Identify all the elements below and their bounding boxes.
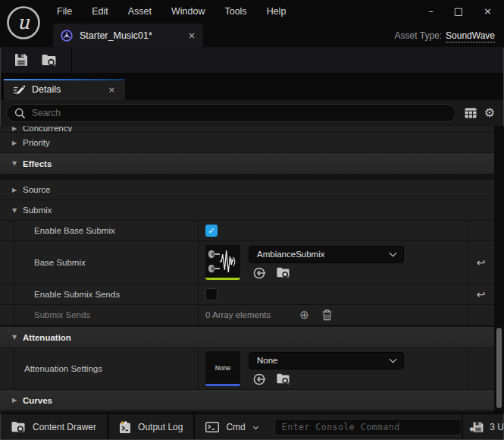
expander-collapsed-icon[interactable]: ▶ [8, 187, 21, 193]
property-row-submix-sends: Submix Sends 0 Array elements ⊕ [0, 305, 494, 325]
property-row-attenuation-settings: Attenuation Settings None None [0, 348, 494, 390]
expander-collapsed-icon: ▶ [8, 126, 21, 132]
property-row-enable-base-submix: Enable Base Submix ✓ [0, 221, 494, 241]
submix-sends-array-count: 0 Array elements [205, 310, 271, 319]
settings-gear-icon[interactable]: ⚙ [484, 107, 495, 119]
output-log-icon [119, 421, 131, 434]
reset-to-default-icon[interactable]: ↩ [477, 288, 486, 300]
category-effects[interactable]: ▼ Effects [0, 153, 494, 174]
reset-to-default-icon[interactable]: ↩ [477, 256, 486, 269]
browse-to-asset-icon[interactable] [276, 372, 290, 385]
menu-file[interactable]: File [47, 0, 82, 23]
asset-type-value-link[interactable]: SoundWave [446, 30, 495, 42]
attenuation-type-color-bar [205, 384, 240, 386]
asset-editor-toolbar [0, 47, 504, 73]
output-log-button[interactable]: Output Log [108, 414, 193, 440]
empty-array-trash-icon[interactable] [322, 310, 332, 321]
category-submix[interactable]: ▼ Submix [0, 200, 494, 221]
unreal-editor-window: File Edit Asset Window Tools Help – □ × … [0, 0, 504, 440]
add-array-element-icon[interactable]: ⊕ [299, 310, 309, 321]
unreal-engine-logo-icon[interactable] [6, 5, 41, 40]
reset-column [467, 305, 494, 325]
attenuation-settings-thumbnail[interactable]: None [205, 351, 240, 386]
attenuation-settings-dropdown-value: None [257, 356, 278, 365]
save-floppy-icon [14, 52, 29, 68]
close-button[interactable]: × [484, 6, 492, 17]
expander-expanded-icon[interactable]: ▼ [8, 160, 21, 167]
submix-waveform-icon [205, 245, 240, 278]
enable-submix-sends-checkbox[interactable] [205, 288, 218, 300]
base-submix-dropdown[interactable]: AmbianceSubmix [249, 246, 404, 263]
details-tab-close-icon[interactable]: × [108, 85, 125, 95]
unsaved-changes-icon[interactable]: * [472, 421, 484, 433]
browse-to-asset-button[interactable] [35, 49, 62, 71]
reset-column: ↩ [467, 241, 494, 284]
enable-submix-sends-label: Enable Submix Sends [0, 284, 199, 304]
scrollbar-thumb[interactable] [496, 328, 502, 408]
use-selected-asset-icon[interactable] [252, 372, 266, 386]
category-curves[interactable]: ▶ Curves [0, 390, 494, 411]
console-command-input[interactable] [274, 419, 462, 435]
reset-column [467, 221, 494, 240]
search-icon [14, 108, 26, 119]
category-priority[interactable]: ▶ Priority [0, 133, 494, 153]
asset-tab-row: Starter_Music01* × Asset Type:SoundWave [47, 23, 504, 47]
menu-window[interactable]: Window [161, 0, 214, 23]
details-pencil-icon [13, 84, 25, 96]
attenuation-settings-dropdown[interactable]: None [249, 352, 404, 369]
search-box[interactable] [6, 104, 456, 122]
attenuation-settings-label: Attenuation Settings [0, 348, 199, 389]
effects-label: Effects [23, 159, 52, 168]
display-manager-icon[interactable] [465, 108, 477, 118]
submix-type-color-bar [205, 278, 240, 280]
expander-collapsed-icon[interactable]: ▶ [8, 397, 21, 404]
category-concurrency[interactable]: ▶ Concurrency [0, 126, 494, 133]
menu-help[interactable]: Help [257, 0, 296, 23]
category-source[interactable]: ▶ Source [0, 180, 494, 200]
base-submix-label: Base Submix [0, 241, 199, 284]
attenuation-label: Attenuation [23, 333, 71, 342]
use-selected-asset-icon[interactable] [252, 266, 266, 280]
dock-tab-row: Details × [0, 79, 504, 100]
browse-to-asset-icon[interactable] [276, 266, 290, 279]
base-submix-thumbnail[interactable] [205, 245, 240, 280]
enable-base-submix-label: Enable Base Submix [0, 221, 199, 240]
window-controls: – □ × [428, 6, 504, 17]
source-label: Source [23, 185, 50, 194]
menu-edit[interactable]: Edit [82, 0, 118, 23]
content-drawer-button[interactable]: Content Drawer [0, 414, 107, 440]
menu-tools[interactable]: Tools [214, 0, 256, 23]
minimize-button[interactable]: – [428, 6, 434, 17]
menu-asset[interactable]: Asset [118, 0, 161, 23]
soundwave-asset-icon [61, 30, 73, 42]
details-search-row: ⚙ [0, 100, 504, 126]
expander-expanded-icon[interactable]: ▼ [8, 207, 21, 214]
statusbar: Content Drawer Output Log Cmd * 3 U [0, 413, 504, 440]
chevron-down-icon [390, 249, 397, 256]
cmd-dropdown-button[interactable]: Cmd [195, 414, 268, 440]
property-row-enable-submix-sends: Enable Submix Sends ↩ [0, 284, 494, 305]
maximize-button[interactable]: □ [454, 6, 463, 17]
unsaved-star-icon: * [469, 425, 474, 436]
reset-column [467, 348, 494, 389]
thumbnail-none-label: None [205, 351, 240, 384]
details-tab[interactable]: Details × [4, 79, 125, 100]
enable-base-submix-checkbox[interactable]: ✓ [205, 225, 218, 237]
asset-type: Asset Type:SoundWave [395, 30, 504, 47]
details-tab-label: Details [32, 84, 61, 95]
statusbar-right: * 3 U [462, 414, 504, 440]
expander-expanded-icon[interactable]: ▼ [8, 334, 21, 341]
search-input[interactable] [32, 108, 448, 118]
save-button[interactable] [8, 49, 35, 71]
asset-type-label: Asset Type: [395, 30, 442, 41]
category-attenuation[interactable]: ▼ Attenuation [0, 327, 494, 348]
reset-column: ↩ [467, 284, 494, 304]
chevron-down-icon [253, 423, 258, 429]
expander-collapsed-icon[interactable]: ▶ [8, 140, 21, 146]
concurrency-label: Concurrency [23, 126, 72, 133]
asset-tab-close-icon[interactable]: × [188, 30, 196, 41]
asset-tab-starter-music01[interactable]: Starter_Music01* × [53, 24, 203, 47]
scrollbar-track[interactable] [494, 126, 504, 413]
titlebar: File Edit Asset Window Tools Help – □ × … [0, 0, 504, 47]
base-submix-dropdown-value: AmbianceSubmix [257, 250, 324, 259]
